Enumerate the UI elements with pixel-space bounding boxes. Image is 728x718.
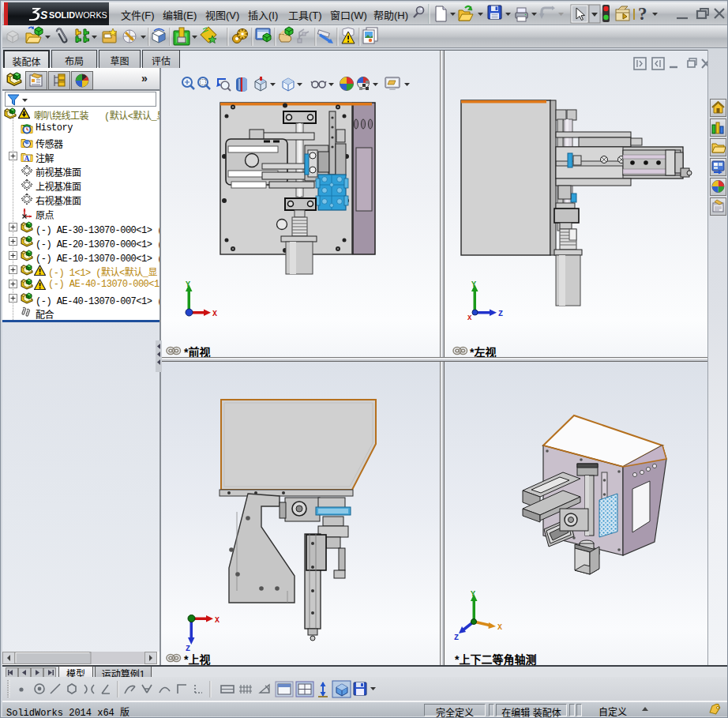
svg-text:Y: Y bbox=[186, 280, 190, 289]
svg-text:X: X bbox=[467, 314, 472, 322]
svg-text:Z: Z bbox=[454, 633, 459, 642]
svg-text:X: X bbox=[497, 623, 502, 632]
svg-text:X: X bbox=[212, 310, 217, 318]
svg-text:Z: Z bbox=[498, 310, 503, 318]
svg-text:Y: Y bbox=[471, 280, 476, 289]
svg-text:Y: Y bbox=[471, 590, 475, 599]
svg-text:SOLIDWORKS: SOLIDWORKS bbox=[49, 10, 107, 20]
svg-text:?: ? bbox=[638, 4, 647, 24]
svg-text:S: S bbox=[40, 9, 48, 21]
svg-text:X: X bbox=[215, 616, 220, 625]
